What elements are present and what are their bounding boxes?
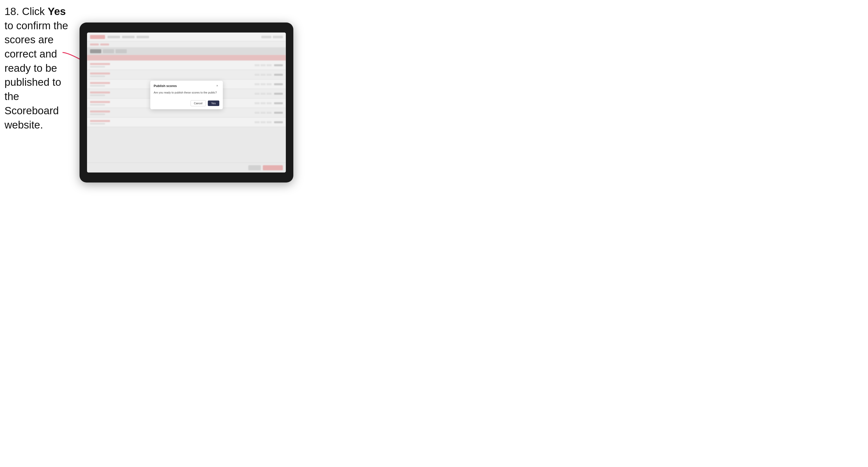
cancel-button[interactable]: Cancel [191,100,206,106]
modal-body: Are you ready to publish these scores to… [150,90,223,98]
modal-overlay: Publish scores × Are you ready to publis… [87,32,286,173]
instruction-suffix: to confirm the scores are correct and re… [4,20,68,131]
modal-message: Are you ready to publish these scores to… [154,91,219,94]
instruction-text: 18. Click Yes to confirm the scores are … [4,4,74,132]
modal-header: Publish scores × [150,81,223,90]
tablet-device: Publish scores × Are you ready to publis… [80,23,293,183]
instruction-bold: Yes [48,5,66,17]
modal-footer: Cancel Yes [150,98,223,109]
yes-button[interactable]: Yes [208,100,219,106]
step-number: 18. [4,5,19,17]
tablet-screen: Publish scores × Are you ready to publis… [87,32,286,173]
instruction-prefix: Click [19,5,48,17]
publish-scores-dialog: Publish scores × Are you ready to publis… [150,81,223,109]
modal-close-button[interactable]: × [215,84,219,88]
modal-title: Publish scores [154,84,177,88]
